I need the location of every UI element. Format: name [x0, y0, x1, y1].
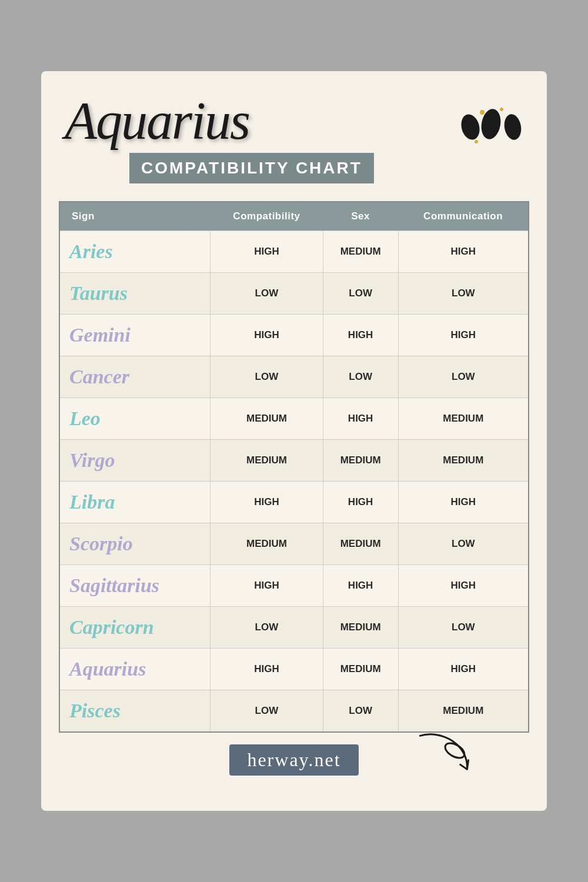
table-row: GeminiHIGHHIGHHIGH — [60, 315, 528, 356]
sign-name-gemini: Gemini — [69, 324, 131, 346]
chart-subtitle: COMPATIBILITY CHART — [129, 153, 374, 183]
compatibility-cell: MEDIUM — [211, 398, 323, 440]
sex-cell: MEDIUM — [323, 607, 398, 649]
sex-cell: LOW — [323, 356, 398, 398]
compatibility-cell: HIGH — [211, 231, 323, 273]
sign-name-cancer: Cancer — [69, 366, 129, 387]
arrow-svg — [407, 720, 486, 784]
svg-point-5 — [475, 140, 478, 143]
compatibility-cell: LOW — [211, 356, 323, 398]
sign-cell: Virgo — [60, 440, 211, 482]
table-row: CancerLOWLOWLOW — [60, 356, 528, 398]
sign-name-aquarius: Aquarius — [69, 658, 146, 680]
sex-cell: LOW — [323, 690, 398, 732]
sex-cell: HIGH — [323, 482, 398, 523]
svg-point-6 — [443, 740, 467, 761]
sex-cell: LOW — [323, 273, 398, 315]
sign-cell: Libra — [60, 482, 211, 523]
sign-name-leo: Leo — [69, 407, 101, 429]
compatibility-cell: LOW — [211, 690, 323, 732]
arrow-decoration — [407, 720, 487, 793]
sign-cell: Sagittarius — [60, 565, 211, 607]
sign-name-libra: Libra — [69, 491, 115, 513]
table-row: AriesHIGHMEDIUMHIGH — [60, 231, 528, 273]
website-label: herway.net — [229, 744, 358, 776]
sign-cell: Cancer — [60, 356, 211, 398]
table-row: VirgoMEDIUMMEDIUMMEDIUM — [60, 440, 528, 482]
sex-cell: HIGH — [323, 565, 398, 607]
communication-cell: HIGH — [398, 315, 528, 356]
table-header-row: Sign Compatibility Sex Communication — [60, 202, 528, 231]
sign-name-sagittarius: Sagittarius — [69, 574, 159, 596]
sign-name-taurus: Taurus — [69, 282, 128, 304]
sex-cell: HIGH — [323, 315, 398, 356]
table-row: LibraHIGHHIGHHIGH — [60, 482, 528, 523]
compatibility-table: Sign Compatibility Sex Communication Ari… — [60, 202, 528, 731]
sign-cell: Pisces — [60, 690, 211, 732]
communication-cell: MEDIUM — [398, 398, 528, 440]
compatibility-cell: HIGH — [211, 649, 323, 690]
table-row: AquariusHIGHMEDIUMHIGH — [60, 649, 528, 690]
sex-cell: MEDIUM — [323, 440, 398, 482]
main-card: Aquarius — [41, 71, 547, 811]
communication-cell: LOW — [398, 356, 528, 398]
sign-cell: Leo — [60, 398, 211, 440]
col-communication: Communication — [398, 202, 528, 231]
aquarius-symbol-img — [456, 98, 526, 159]
col-sex: Sex — [323, 202, 398, 231]
table-row: CapricornLOWMEDIUMLOW — [60, 607, 528, 649]
sign-name-aries: Aries — [69, 240, 113, 262]
sex-cell: HIGH — [323, 398, 398, 440]
svg-point-0 — [459, 112, 482, 142]
svg-point-4 — [500, 108, 503, 111]
compatibility-cell: HIGH — [211, 482, 323, 523]
sign-name-capricorn: Capricorn — [69, 616, 154, 638]
table-row: SagittariusHIGHHIGHHIGH — [60, 565, 528, 607]
table-row: TaurusLOWLOWLOW — [60, 273, 528, 315]
communication-cell: HIGH — [398, 482, 528, 523]
compatibility-cell: HIGH — [211, 565, 323, 607]
sign-cell: Gemini — [60, 315, 211, 356]
sign-cell: Taurus — [60, 273, 211, 315]
communication-cell: LOW — [398, 607, 528, 649]
sex-cell: MEDIUM — [323, 523, 398, 565]
sign-name-virgo: Virgo — [69, 449, 115, 471]
communication-cell: HIGH — [398, 565, 528, 607]
communication-cell: LOW — [398, 523, 528, 565]
aquarius-symbol-svg — [456, 98, 526, 156]
compatibility-cell: MEDIUM — [211, 440, 323, 482]
sign-name-pisces: Pisces — [69, 700, 121, 721]
compatibility-cell: MEDIUM — [211, 523, 323, 565]
footer: herway.net — [59, 744, 529, 776]
compatibility-table-container: Sign Compatibility Sex Communication Ari… — [59, 201, 529, 733]
svg-point-2 — [502, 113, 523, 141]
svg-point-3 — [480, 110, 485, 115]
sex-cell: MEDIUM — [323, 649, 398, 690]
sign-cell: Aries — [60, 231, 211, 273]
communication-cell: MEDIUM — [398, 440, 528, 482]
compatibility-cell: LOW — [211, 273, 323, 315]
sex-cell: MEDIUM — [323, 231, 398, 273]
compatibility-cell: LOW — [211, 607, 323, 649]
col-sign: Sign — [60, 202, 211, 231]
sign-cell: Aquarius — [60, 649, 211, 690]
aquarius-title: Aquarius — [59, 89, 249, 148]
header: Aquarius — [59, 89, 529, 189]
table-row: LeoMEDIUMHIGHMEDIUM — [60, 398, 528, 440]
communication-cell: HIGH — [398, 649, 528, 690]
sign-name-scorpio: Scorpio — [69, 533, 133, 554]
col-compatibility: Compatibility — [211, 202, 323, 231]
sign-cell: Capricorn — [60, 607, 211, 649]
sign-cell: Scorpio — [60, 523, 211, 565]
communication-cell: HIGH — [398, 231, 528, 273]
table-row: ScorpioMEDIUMMEDIUMLOW — [60, 523, 528, 565]
compatibility-cell: HIGH — [211, 315, 323, 356]
communication-cell: LOW — [398, 273, 528, 315]
